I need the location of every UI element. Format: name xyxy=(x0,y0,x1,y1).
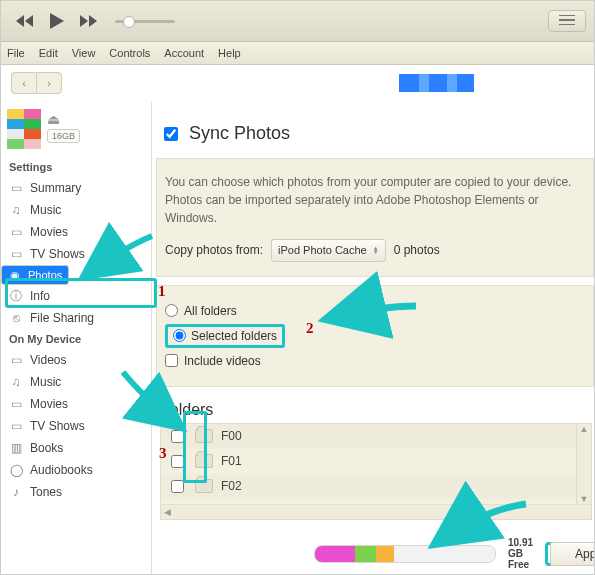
horizontal-scrollbar[interactable]: ◀ xyxy=(160,505,592,520)
sync-description-panel: You can choose which photos from your co… xyxy=(156,158,594,277)
sidebar-item-music2[interactable]: ♫Music xyxy=(1,371,151,393)
nav-back-button[interactable]: ‹ xyxy=(11,72,36,94)
music-icon: ♫ xyxy=(9,203,23,217)
menubar: File Edit View Controls Account Help xyxy=(1,42,594,65)
sidebar: ⏏ 16GB Settings ▭Summary ♫Music ▭Movies … xyxy=(1,101,152,575)
tv-icon: ▭ xyxy=(9,419,23,433)
sidebar-item-movies2[interactable]: ▭Movies xyxy=(1,393,151,415)
device-name-redacted xyxy=(399,74,474,92)
free-space-label: 10.91 GB Free xyxy=(508,537,533,570)
selected-folders-radio[interactable] xyxy=(173,329,186,342)
volume-slider[interactable] xyxy=(115,20,175,23)
menu-edit[interactable]: Edit xyxy=(39,47,58,59)
copy-from-label: Copy photos from: xyxy=(165,241,263,259)
folders-list: F00 F01 F02 ▲▼ xyxy=(160,423,592,505)
music-icon: ♫ xyxy=(9,375,23,389)
chevron-updown-icon: ▲▼ xyxy=(373,246,379,254)
sidebar-item-tones[interactable]: ♪Tones xyxy=(1,481,151,503)
include-videos-row[interactable]: Include videos xyxy=(165,354,585,368)
rewind-button[interactable] xyxy=(13,9,37,33)
sidebar-item-tvshows[interactable]: ▭TV Shows xyxy=(1,243,151,265)
apply-highlight: Apply xyxy=(545,542,594,566)
sidebar-item-summary[interactable]: ▭Summary xyxy=(1,177,151,199)
camera-icon: ◉ xyxy=(8,268,22,282)
audiobooks-icon: ◯ xyxy=(9,463,23,477)
movies-icon: ▭ xyxy=(9,225,23,239)
sidebar-item-music[interactable]: ♫Music xyxy=(1,199,151,221)
main-pane: Sync Photos You can choose which photos … xyxy=(152,101,594,575)
folder-row[interactable]: F01 xyxy=(161,449,577,474)
copy-from-select[interactable]: iPod Photo Cache ▲▼ xyxy=(271,239,386,262)
sidebar-item-videos[interactable]: ▭Videos xyxy=(1,349,151,371)
sidebar-item-movies[interactable]: ▭Movies xyxy=(1,221,151,243)
sidebar-item-photos[interactable]: ◉Photos xyxy=(1,265,69,285)
tv-icon: ▭ xyxy=(9,247,23,261)
sidebar-item-filesharing[interactable]: ⎋File Sharing xyxy=(1,307,151,329)
videos-icon: ▭ xyxy=(9,353,23,367)
summary-icon: ▭ xyxy=(9,181,23,195)
player-bar xyxy=(1,1,594,42)
vertical-scrollbar[interactable]: ▲▼ xyxy=(576,424,591,504)
folder-checkbox[interactable] xyxy=(171,430,184,443)
selected-folders-highlight: Selected folders xyxy=(165,324,285,348)
folder-checkbox[interactable] xyxy=(171,480,184,493)
eject-icon[interactable]: ⏏ xyxy=(47,111,80,127)
sidebar-item-audiobooks[interactable]: ◯Audiobooks xyxy=(1,459,151,481)
sidebar-item-books[interactable]: ▥Books xyxy=(1,437,151,459)
scroll-up-icon[interactable]: ▲ xyxy=(580,424,589,434)
books-icon: ▥ xyxy=(9,441,23,455)
nav-forward-button[interactable]: › xyxy=(36,72,62,94)
all-folders-radio-row[interactable]: All folders xyxy=(165,304,585,318)
apply-button[interactable]: Apply xyxy=(550,542,594,566)
folders-heading: Folders xyxy=(160,401,594,419)
sync-description-text: You can choose which photos from your co… xyxy=(165,173,585,227)
menu-account[interactable]: Account xyxy=(164,47,204,59)
capacity-bar xyxy=(314,545,496,563)
forward-button[interactable] xyxy=(77,9,101,33)
sidebar-item-info[interactable]: ⓘInfo xyxy=(1,285,151,307)
device-artwork xyxy=(7,109,41,149)
sync-photos-checkbox[interactable] xyxy=(164,127,178,141)
folder-checkbox[interactable] xyxy=(171,455,184,468)
tones-icon: ♪ xyxy=(9,485,23,499)
device-header[interactable]: ⏏ 16GB xyxy=(1,105,151,157)
bottom-bar: 10.91 GB Free Apply Done xyxy=(314,537,590,570)
filesharing-icon: ⎋ xyxy=(9,311,23,325)
include-videos-checkbox[interactable] xyxy=(165,354,178,367)
menu-help[interactable]: Help xyxy=(218,47,241,59)
nav-row: ‹ › xyxy=(1,65,594,101)
sidebar-item-tvshows2[interactable]: ▭TV Shows xyxy=(1,415,151,437)
movies-icon: ▭ xyxy=(9,397,23,411)
sidebar-header-ondevice: On My Device xyxy=(1,329,151,349)
photo-count-label: 0 photos xyxy=(394,241,440,259)
all-folders-radio[interactable] xyxy=(165,304,178,317)
folder-options-panel: All folders Selected folders Include vid… xyxy=(156,285,594,387)
menu-view[interactable]: View xyxy=(72,47,96,59)
scroll-left-icon[interactable]: ◀ xyxy=(164,507,171,517)
scroll-down-icon[interactable]: ▼ xyxy=(580,494,589,504)
sidebar-header-settings: Settings xyxy=(1,157,151,177)
folder-row[interactable]: F00 xyxy=(161,424,577,449)
menu-controls[interactable]: Controls xyxy=(109,47,150,59)
capacity-badge: 16GB xyxy=(47,129,80,143)
folder-icon xyxy=(195,429,213,443)
info-icon: ⓘ xyxy=(9,289,23,303)
folder-icon xyxy=(195,479,213,493)
folder-row[interactable]: F02 xyxy=(161,474,577,499)
menu-file[interactable]: File xyxy=(7,47,25,59)
play-button[interactable] xyxy=(45,9,69,33)
sync-photos-title: Sync Photos xyxy=(189,123,290,144)
list-view-button[interactable] xyxy=(548,10,586,32)
folder-icon xyxy=(195,454,213,468)
